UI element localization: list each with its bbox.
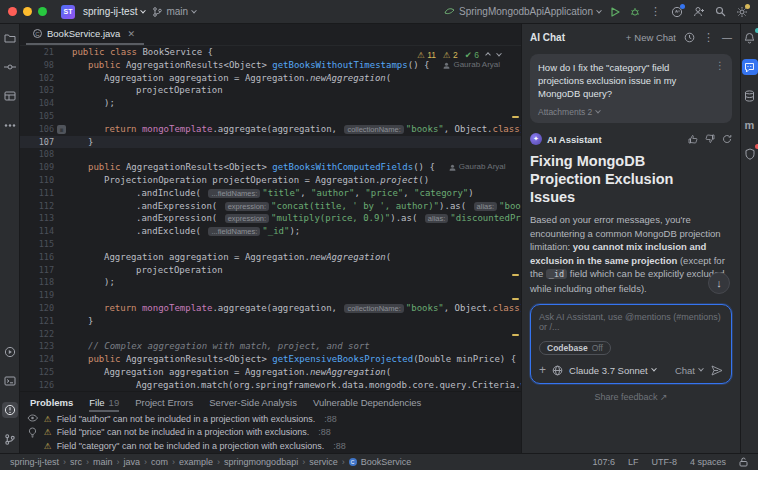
window-controls[interactable] xyxy=(8,7,47,16)
code-line[interactable]: 110ProjectionOperation projectOperation … xyxy=(20,174,521,187)
mode-selector[interactable]: Chat xyxy=(675,365,703,376)
problem-row[interactable]: ⚠Field "price" can not be included in a … xyxy=(44,426,521,440)
code-line[interactable]: 103projectOperation xyxy=(20,84,521,97)
ai-chat-tool-button[interactable] xyxy=(742,59,758,75)
code-line[interactable]: 109public AggregationResults<Object> get… xyxy=(20,161,521,174)
scrollbar-warning-mark[interactable] xyxy=(512,298,519,300)
code-line[interactable]: 117projectOperation xyxy=(20,264,521,277)
close-tab-icon[interactable]: ✕ xyxy=(127,29,135,39)
code-line[interactable]: 114.andExclude( ...fieldNames:"_id"); xyxy=(20,225,521,238)
breadcrumb-item[interactable]: service xyxy=(309,457,338,467)
code-line[interactable]: 111.andInclude( ...fieldNames:"title", "… xyxy=(20,187,521,200)
code-with-me-button[interactable] xyxy=(693,6,705,17)
run-more-menu[interactable]: ⋮ xyxy=(650,5,661,18)
scroll-to-bottom-button[interactable]: ↓ xyxy=(708,272,730,294)
run-configuration-selector[interactable]: SpringMongodbApiApplication xyxy=(444,6,601,17)
indent-setting[interactable]: 4 spaces xyxy=(690,457,726,467)
code-line[interactable]: 116Aggregation aggregation = Aggregation… xyxy=(20,251,521,264)
code-line[interactable]: 119 xyxy=(20,289,521,302)
chat-more-menu[interactable]: ⋮ xyxy=(703,31,714,44)
code-line[interactable]: 120return mongoTemplate.aggregate(aggreg… xyxy=(20,302,521,315)
prev-problem-icon[interactable] xyxy=(485,52,491,58)
structure-tool-button[interactable] xyxy=(2,88,18,104)
notifications-button[interactable] xyxy=(742,30,758,46)
search-everywhere-button[interactable] xyxy=(715,6,726,17)
scrollbar-warning-mark[interactable] xyxy=(512,274,519,276)
breadcrumb-item[interactable]: com xyxy=(151,457,168,467)
code-line[interactable]: 102Aggregation aggregation = Aggregation… xyxy=(20,72,521,85)
more-tool-windows-button[interactable] xyxy=(2,117,18,133)
quick-fix-bulb-icon[interactable] xyxy=(28,427,37,438)
code-line[interactable]: 108 xyxy=(20,148,521,161)
settings-button[interactable] xyxy=(736,6,748,18)
breadcrumb-item[interactable]: CBookService xyxy=(349,457,412,467)
close-window-button[interactable] xyxy=(8,7,17,16)
chat-input-placeholder[interactable]: Ask AI Assistant, use @mentions (#mentio… xyxy=(539,312,723,332)
history-clock-icon[interactable] xyxy=(684,32,695,43)
problems-tab-server-side-analysis[interactable]: Server-Side Analysis xyxy=(209,392,297,412)
caret-position[interactable]: 107:6 xyxy=(592,457,615,467)
terminal-tool-button[interactable] xyxy=(2,373,18,389)
breadcrumb-item[interactable]: src xyxy=(70,457,82,467)
thumbs-down-icon[interactable] xyxy=(705,134,715,144)
add-attachment-button[interactable]: + xyxy=(539,363,546,377)
message-more-menu[interactable]: ⋮ xyxy=(715,60,725,71)
problems-tab-file[interactable]: File19 xyxy=(89,392,119,412)
code-editor[interactable]: 21public class BookService {98public Agg… xyxy=(20,46,521,391)
maven-tool-button[interactable]: m xyxy=(742,117,758,133)
run-button[interactable] xyxy=(611,7,620,17)
code-line[interactable]: 104); xyxy=(20,97,521,110)
code-line[interactable]: 126Aggregation.match(org.springframework… xyxy=(20,379,521,391)
chat-messages[interactable]: How do I fix the "category" field projec… xyxy=(522,50,740,300)
next-problem-icon[interactable] xyxy=(496,51,502,57)
debug-button[interactable] xyxy=(630,7,640,17)
regenerate-icon[interactable] xyxy=(722,134,732,144)
database-tool-button[interactable] xyxy=(742,88,758,104)
problem-row[interactable]: ⚠Field "author" can not be included in a… xyxy=(44,412,521,426)
tab-bookservice[interactable]: C BookService.java ✕ xyxy=(26,28,144,45)
code-line[interactable]: 124public AggregationResults<Object> get… xyxy=(20,353,521,366)
branch-selector[interactable]: main xyxy=(153,6,196,17)
new-chat-button[interactable]: + New Chat xyxy=(626,32,676,43)
breadcrumb-item[interactable]: spring-ij-test xyxy=(10,457,59,467)
breadcrumb-item[interactable]: main xyxy=(93,457,113,467)
code-line[interactable]: 123// Complex aggregation with match, pr… xyxy=(20,340,521,353)
chat-input-box[interactable]: Ask AI Assistant, use @mentions (#mentio… xyxy=(530,304,732,384)
view-options-eye-icon[interactable] xyxy=(27,414,38,422)
code-line[interactable]: 122 xyxy=(20,328,521,341)
commit-tool-button[interactable] xyxy=(2,59,18,75)
git-tool-button[interactable] xyxy=(2,431,18,447)
code-line[interactable]: 118); xyxy=(20,276,521,289)
send-icon[interactable] xyxy=(711,365,723,376)
share-feedback-link[interactable]: Share feedback ↗ xyxy=(522,392,740,402)
thumbs-up-icon[interactable] xyxy=(688,134,698,144)
minimize-window-button[interactable] xyxy=(23,7,32,16)
code-line[interactable]: 112.andExpression( expression:"concat(ti… xyxy=(20,200,521,213)
gutter-action-icon[interactable]: ≡ xyxy=(57,125,66,134)
code-line[interactable]: 113.andExpression( expression:"multiply(… xyxy=(20,212,521,225)
web-access-globe-icon[interactable] xyxy=(552,365,563,376)
project-selector[interactable]: spring-ij-test xyxy=(83,6,145,17)
codebase-toggle[interactable]: CodebaseOff xyxy=(539,341,611,355)
file-encoding[interactable]: UTF-8 xyxy=(651,457,677,467)
code-line[interactable]: 107} xyxy=(20,136,521,149)
line-ending[interactable]: LF xyxy=(628,457,639,467)
breadcrumb-item[interactable]: example xyxy=(179,457,213,467)
breadcrumb-item[interactable]: springmongodbapi xyxy=(224,457,298,467)
inspections-widget[interactable]: ⚠ 11 ⚠ 2 ✔ 6 xyxy=(413,49,505,61)
maximize-window-button[interactable] xyxy=(38,7,47,16)
scrollbar-warning-mark[interactable] xyxy=(512,116,519,118)
scrollbar-warning-mark[interactable] xyxy=(512,334,519,336)
run-tool-button[interactable] xyxy=(2,344,18,360)
problems-tab-project-errors[interactable]: Project Errors xyxy=(135,392,193,412)
problems-tool-button[interactable] xyxy=(2,402,18,418)
code-line[interactable]: 121} xyxy=(20,315,521,328)
model-selector[interactable]: Claude 3.7 Sonnet xyxy=(569,365,656,376)
attachments-toggle[interactable]: Attachments 2 xyxy=(538,107,724,117)
breadcrumb-item[interactable]: java xyxy=(124,457,141,467)
dependency-checker-button[interactable] xyxy=(742,146,758,162)
problem-row[interactable]: ⚠Field "category" can not be included in… xyxy=(44,439,521,453)
code-line[interactable]: 125Aggregation aggregation = Aggregation… xyxy=(20,366,521,379)
code-line[interactable]: 106≡return mongoTemplate.aggregate(aggre… xyxy=(20,123,521,136)
code-line[interactable]: 115 xyxy=(20,238,521,251)
